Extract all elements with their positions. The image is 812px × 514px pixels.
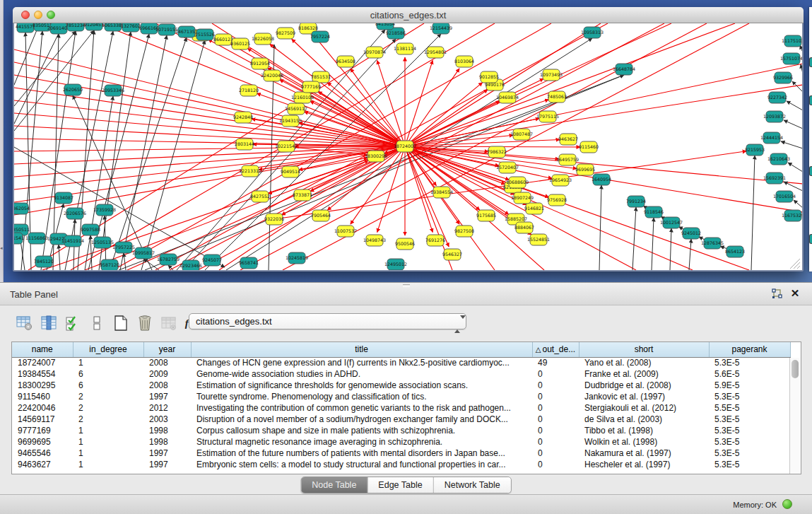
network-node[interactable]: 7905464: [311, 210, 331, 221]
network-node[interactable]: 12444154: [760, 132, 783, 144]
network-node[interactable]: 10970874: [363, 47, 386, 58]
table-cell[interactable]: 5.3E-5: [709, 425, 790, 436]
table-row[interactable]: 977716911998Corpus callosum shape and si…: [12, 425, 790, 436]
network-node[interactable]: 10498743: [363, 235, 386, 246]
network-node[interactable]: 12923466: [180, 260, 202, 270]
table-cell[interactable]: Embryonic stem cells: a model to study s…: [191, 459, 532, 470]
table-cell[interactable]: 1: [73, 448, 143, 459]
table-cell[interactable]: 5.3E-5: [709, 414, 790, 425]
network-node[interactable]: 15720407: [496, 162, 519, 173]
network-node[interactable]: 18724007: [394, 141, 416, 152]
network-node[interactable]: 9329966: [773, 72, 793, 83]
network-node[interactable]: 11175103: [782, 35, 802, 47]
delete-column-button[interactable]: [134, 313, 155, 334]
table-cell[interactable]: Disruption of a novel member of a sodium…: [191, 414, 532, 425]
network-node[interactable]: 11381114: [394, 43, 416, 54]
table-cell[interactable]: 2003: [143, 414, 191, 425]
network-node[interactable]: 19654923: [549, 175, 572, 186]
network-node[interactable]: 10807487: [510, 129, 533, 140]
table-cell[interactable]: 2012: [143, 402, 191, 414]
network-node[interactable]: 9546327: [442, 249, 462, 260]
network-node[interactable]: 9699695: [575, 164, 595, 175]
network-node[interactable]: 9134087: [54, 192, 73, 204]
network-node[interactable]: 10973493: [540, 69, 563, 81]
network-canvas[interactable]: 1872400791154609463627969969516495759196…: [14, 23, 802, 270]
network-node[interactable]: 12495012: [384, 259, 407, 270]
table-cell[interactable]: 0: [532, 436, 579, 448]
network-node[interactable]: 7991234: [626, 196, 646, 207]
column-header[interactable]: △out_de...: [532, 342, 579, 357]
network-node[interactable]: 8215953: [745, 144, 765, 156]
table-cell[interactable]: 2: [73, 402, 143, 414]
table-row[interactable]: 969969511998Structural magnetic resonanc…: [12, 436, 790, 448]
table-cell[interactable]: Changes of HCN gene expression and I(f) …: [191, 357, 532, 368]
table-cell[interactable]: Jankovic et al. (1997): [579, 391, 709, 402]
network-node[interactable]: 12160108: [291, 92, 314, 103]
table-cell[interactable]: 9699695: [12, 436, 73, 448]
table-cell[interactable]: 2009: [143, 368, 191, 380]
table-cell[interactable]: 0: [532, 402, 579, 414]
table-cell[interactable]: 9465546: [12, 448, 73, 459]
memory-status-icon[interactable]: [782, 499, 792, 509]
network-node[interactable]: 8103064: [454, 56, 474, 67]
network-node[interactable]: 12154439: [430, 23, 452, 34]
network-node[interactable]: 7845120: [34, 256, 54, 267]
network-node[interactable]: 11451914: [61, 235, 84, 247]
network-node[interactable]: 14569117: [285, 103, 307, 115]
table-row[interactable]: 1872400712008Changes of HCN gene express…: [12, 357, 790, 368]
network-node[interactable]: 20206576: [64, 208, 86, 219]
network-node[interactable]: 16210643: [767, 153, 790, 165]
network-node[interactable]: 18907249: [511, 192, 534, 204]
network-node[interactable]: 16495759: [556, 154, 579, 165]
table-cell[interactable]: 1: [73, 425, 143, 436]
column-header[interactable]: name: [12, 342, 73, 357]
network-node[interactable]: 9227342: [767, 92, 787, 103]
background-window-sliver[interactable]: [809, 7, 812, 271]
network-node[interactable]: 15524851: [527, 234, 550, 245]
network-node[interactable]: 11156863: [25, 233, 48, 244]
table-row[interactable]: 911546021997Tourette syndrome. Phenomeno…: [12, 391, 790, 402]
select-columns-button[interactable]: [62, 313, 83, 334]
table-cell[interactable]: 1: [73, 436, 143, 448]
network-node[interactable]: 15692391: [763, 173, 786, 184]
table-cell[interactable]: Estimation of significance thresholds fo…: [191, 380, 532, 391]
table-cell[interactable]: 22420046: [12, 402, 73, 414]
table-cell[interactable]: Hescheler et al. (1997): [579, 459, 709, 470]
network-node[interactable]: 9115460: [579, 141, 599, 153]
network-node[interactable]: 18226058: [252, 33, 274, 45]
table-cell[interactable]: Tibbo et al. (1998): [579, 425, 709, 436]
network-node[interactable]: 17975115: [536, 111, 559, 122]
table-cell[interactable]: 1997: [143, 448, 191, 459]
network-node[interactable]: 9012855: [479, 71, 499, 83]
table-cell[interactable]: 5.3E-5: [709, 357, 790, 368]
network-node[interactable]: 19384554: [430, 187, 453, 198]
network-node[interactable]: 11943153: [279, 115, 302, 127]
table-cell[interactable]: 18724007: [12, 357, 73, 368]
column-header[interactable]: pagerank: [709, 342, 790, 357]
column-header[interactable]: in_degree: [73, 342, 143, 357]
network-node[interactable]: 9500546: [395, 238, 415, 250]
table-row[interactable]: 2242004622012Investigating the contribut…: [12, 402, 790, 414]
network-node[interactable]: 2803144: [235, 139, 254, 150]
network-node[interactable]: 10012547: [660, 217, 683, 228]
network-node[interactable]: 1327602: [121, 23, 141, 32]
network-node[interactable]: 9242848: [233, 112, 253, 123]
table-cell[interactable]: 2: [73, 414, 143, 425]
network-node[interactable]: 9777169: [301, 81, 321, 93]
network-node[interactable]: 12876345: [701, 238, 724, 249]
network-node[interactable]: 16782759: [157, 254, 180, 265]
table-cell[interactable]: de Silva et al. (2003): [579, 414, 709, 425]
network-node[interactable]: 12093872: [763, 111, 786, 122]
table-cell[interactable]: 6: [73, 368, 143, 380]
network-node[interactable]: 8884067: [514, 222, 534, 233]
network-node[interactable]: 1640954: [592, 174, 611, 185]
table-scrollbar[interactable]: [789, 358, 800, 474]
table-cell[interactable]: 49: [532, 357, 579, 368]
table-cell[interactable]: Stergiakouli et al. (2012): [579, 402, 709, 414]
table-cell[interactable]: 6: [73, 380, 143, 391]
table-cell[interactable]: 18300295: [12, 380, 73, 391]
table-row[interactable]: 946362711997Embryonic stem cells: a mode…: [12, 459, 790, 470]
network-node[interactable]: 9756928: [547, 194, 567, 206]
network-view-window[interactable]: citations_edges.txt 18724007911546094636…: [13, 7, 804, 271]
table-cell[interactable]: 0: [532, 414, 579, 425]
